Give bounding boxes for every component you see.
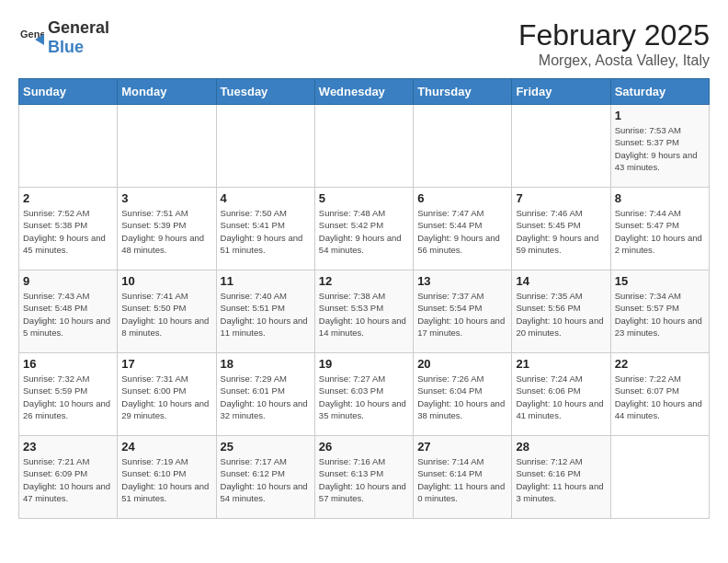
day-info: Sunrise: 7:43 AM Sunset: 5:48 PM Dayligh… [23,290,113,339]
day-number: 8 [615,191,705,205]
day-number: 20 [417,357,507,371]
calendar-cell [19,105,118,188]
title-area: February 2025 Morgex, Aosta Valley, Ital… [518,18,710,69]
day-number: 12 [319,274,409,288]
day-number: 21 [516,357,606,371]
calendar-cell: 24Sunrise: 7:19 AM Sunset: 6:10 PM Dayli… [118,436,216,519]
day-info: Sunrise: 7:14 AM Sunset: 6:14 PM Dayligh… [417,455,507,504]
day-info: Sunrise: 7:32 AM Sunset: 5:59 PM Dayligh… [23,373,113,421]
day-info: Sunrise: 7:31 AM Sunset: 6:00 PM Dayligh… [121,373,211,421]
day-info: Sunrise: 7:17 AM Sunset: 6:12 PM Dayligh… [221,455,311,504]
day-info: Sunrise: 7:40 AM Sunset: 5:51 PM Dayligh… [221,290,311,339]
logo: General General Blue [18,18,109,57]
logo-general: General [48,18,109,37]
calendar-week-3: 9Sunrise: 7:43 AM Sunset: 5:48 PM Daylig… [19,270,710,353]
day-info: Sunrise: 7:21 AM Sunset: 6:09 PM Dayligh… [23,455,113,504]
day-number: 7 [516,191,606,205]
weekday-header-wednesday: Wednesday [314,79,413,105]
day-number: 1 [615,109,705,122]
calendar-cell [610,436,709,519]
day-info: Sunrise: 7:47 AM Sunset: 5:44 PM Dayligh… [417,207,507,256]
calendar-table: SundayMondayTuesdayWednesdayThursdayFrid… [18,78,710,519]
day-info: Sunrise: 7:22 AM Sunset: 6:07 PM Dayligh… [615,373,705,421]
day-number: 23 [23,440,113,454]
logo-icon: General [18,25,44,51]
calendar-cell: 23Sunrise: 7:21 AM Sunset: 6:09 PM Dayli… [19,436,118,519]
calendar-cell [216,105,314,188]
logo-blue: Blue [48,38,84,56]
calendar-body: 1Sunrise: 7:53 AM Sunset: 5:37 PM Daylig… [19,105,710,519]
calendar-cell: 6Sunrise: 7:47 AM Sunset: 5:44 PM Daylig… [414,188,512,270]
weekday-row: SundayMondayTuesdayWednesdayThursdayFrid… [19,79,710,105]
day-info: Sunrise: 7:35 AM Sunset: 5:56 PM Dayligh… [516,290,606,339]
day-number: 5 [319,191,409,205]
day-info: Sunrise: 7:34 AM Sunset: 5:57 PM Dayligh… [615,290,705,339]
subtitle: Morgex, Aosta Valley, Italy [518,52,710,69]
day-info: Sunrise: 7:52 AM Sunset: 5:38 PM Dayligh… [23,207,113,256]
day-info: Sunrise: 7:26 AM Sunset: 6:04 PM Dayligh… [417,373,507,421]
day-number: 25 [221,440,311,454]
calendar-cell [118,105,216,188]
day-number: 22 [615,357,705,371]
calendar-week-5: 23Sunrise: 7:21 AM Sunset: 6:09 PM Dayli… [19,436,710,519]
day-info: Sunrise: 7:24 AM Sunset: 6:06 PM Dayligh… [516,373,606,421]
day-number: 27 [417,440,507,454]
calendar-cell: 5Sunrise: 7:48 AM Sunset: 5:42 PM Daylig… [314,188,413,270]
calendar-cell: 18Sunrise: 7:29 AM Sunset: 6:01 PM Dayli… [216,353,314,436]
calendar-cell: 14Sunrise: 7:35 AM Sunset: 5:56 PM Dayli… [512,270,610,353]
calendar-cell: 11Sunrise: 7:40 AM Sunset: 5:51 PM Dayli… [216,270,314,353]
weekday-header-thursday: Thursday [414,79,512,105]
day-number: 6 [417,191,507,205]
weekday-header-tuesday: Tuesday [216,79,314,105]
calendar-cell: 16Sunrise: 7:32 AM Sunset: 5:59 PM Dayli… [19,353,118,436]
day-number: 24 [121,440,211,454]
day-number: 18 [221,357,311,371]
day-info: Sunrise: 7:16 AM Sunset: 6:13 PM Dayligh… [319,455,409,504]
day-info: Sunrise: 7:27 AM Sunset: 6:03 PM Dayligh… [319,373,409,421]
day-number: 4 [221,191,311,205]
calendar-cell: 20Sunrise: 7:26 AM Sunset: 6:04 PM Dayli… [414,353,512,436]
day-number: 14 [516,274,606,288]
calendar-cell: 13Sunrise: 7:37 AM Sunset: 5:54 PM Dayli… [414,270,512,353]
calendar-cell: 10Sunrise: 7:41 AM Sunset: 5:50 PM Dayli… [118,270,216,353]
calendar-cell: 9Sunrise: 7:43 AM Sunset: 5:48 PM Daylig… [19,270,118,353]
day-info: Sunrise: 7:48 AM Sunset: 5:42 PM Dayligh… [319,207,409,256]
calendar-cell: 17Sunrise: 7:31 AM Sunset: 6:00 PM Dayli… [118,353,216,436]
day-number: 3 [121,191,211,205]
weekday-header-saturday: Saturday [610,79,709,105]
day-number: 17 [121,357,211,371]
calendar-week-4: 16Sunrise: 7:32 AM Sunset: 5:59 PM Dayli… [19,353,710,436]
day-number: 19 [319,357,409,371]
day-number: 9 [23,274,113,288]
calendar-cell: 27Sunrise: 7:14 AM Sunset: 6:14 PM Dayli… [414,436,512,519]
day-info: Sunrise: 7:37 AM Sunset: 5:54 PM Dayligh… [417,290,507,339]
day-info: Sunrise: 7:51 AM Sunset: 5:39 PM Dayligh… [121,207,211,256]
calendar-cell: 4Sunrise: 7:50 AM Sunset: 5:41 PM Daylig… [216,188,314,270]
calendar-cell: 7Sunrise: 7:46 AM Sunset: 5:45 PM Daylig… [512,188,610,270]
day-info: Sunrise: 7:29 AM Sunset: 6:01 PM Dayligh… [221,373,311,421]
day-number: 26 [319,440,409,454]
day-number: 15 [615,274,705,288]
calendar-cell: 8Sunrise: 7:44 AM Sunset: 5:47 PM Daylig… [610,188,709,270]
day-info: Sunrise: 7:19 AM Sunset: 6:10 PM Dayligh… [121,455,211,504]
weekday-header-friday: Friday [512,79,610,105]
day-number: 10 [121,274,211,288]
day-number: 11 [221,274,311,288]
calendar-cell: 2Sunrise: 7:52 AM Sunset: 5:38 PM Daylig… [19,188,118,270]
day-number: 28 [516,440,606,454]
calendar-week-1: 1Sunrise: 7:53 AM Sunset: 5:37 PM Daylig… [19,105,710,188]
calendar-cell [512,105,610,188]
day-info: Sunrise: 7:50 AM Sunset: 5:41 PM Dayligh… [221,207,311,256]
calendar-cell: 22Sunrise: 7:22 AM Sunset: 6:07 PM Dayli… [610,353,709,436]
calendar-cell: 28Sunrise: 7:12 AM Sunset: 6:16 PM Dayli… [512,436,610,519]
header: General General Blue February 2025 Morge… [18,18,710,69]
calendar-cell: 12Sunrise: 7:38 AM Sunset: 5:53 PM Dayli… [314,270,413,353]
day-number: 13 [417,274,507,288]
day-info: Sunrise: 7:41 AM Sunset: 5:50 PM Dayligh… [121,290,211,339]
day-info: Sunrise: 7:46 AM Sunset: 5:45 PM Dayligh… [516,207,606,256]
day-number: 2 [23,191,113,205]
calendar-cell: 1Sunrise: 7:53 AM Sunset: 5:37 PM Daylig… [610,105,709,188]
calendar-cell: 19Sunrise: 7:27 AM Sunset: 6:03 PM Dayli… [314,353,413,436]
calendar-cell: 21Sunrise: 7:24 AM Sunset: 6:06 PM Dayli… [512,353,610,436]
calendar-week-2: 2Sunrise: 7:52 AM Sunset: 5:38 PM Daylig… [19,188,710,270]
